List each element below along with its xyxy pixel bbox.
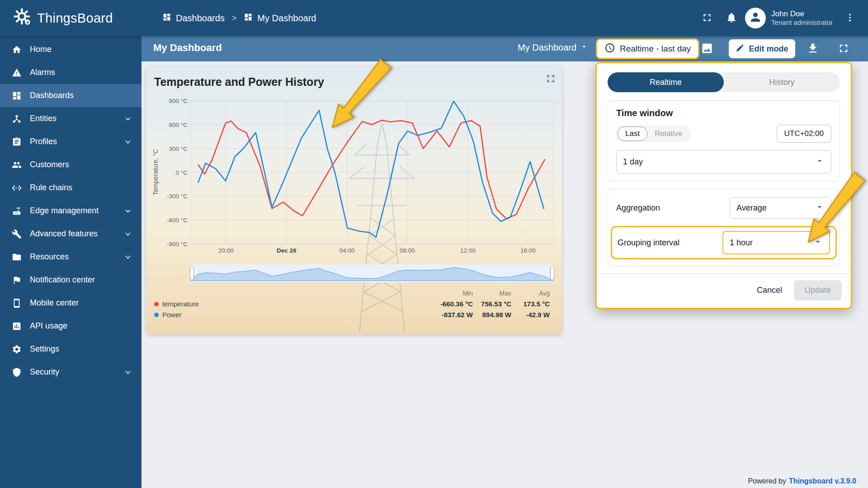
legend-header-avg: Avg (511, 290, 550, 297)
tab-history[interactable]: History (724, 72, 840, 92)
chart-legend: Min Max Avg temperature -660.36 °C 756.5… (154, 290, 550, 319)
breadcrumb-current[interactable]: My Dashboard (244, 13, 316, 24)
time-window-heading: Time window (616, 108, 831, 118)
y-axis-title: Temperature, °C (152, 149, 159, 195)
sidebar-item-notification-center[interactable]: Notification center (0, 268, 142, 291)
sidebar-item-home[interactable]: Home (0, 38, 142, 61)
user-meta: John Doe Tenant administrator (771, 9, 833, 27)
chart-widget: Temperature and Power History 900 °C 600… (146, 66, 562, 334)
gear-icon (12, 344, 22, 354)
grouping-interval-select[interactable]: 1 hour (722, 231, 830, 254)
sidebar-item-advanced-features[interactable]: Advanced features (0, 222, 142, 245)
toggle-relative[interactable]: Relative (647, 127, 689, 141)
clock-icon (604, 42, 615, 56)
sidebar-item-mobile-center[interactable]: Mobile center (0, 291, 142, 314)
rule-chains-icon (12, 183, 22, 193)
notifications-button[interactable] (721, 7, 742, 29)
y-tick: 900 °C (169, 98, 188, 104)
profiles-icon (12, 137, 22, 147)
sidebar-item-entities[interactable]: Entities (0, 107, 142, 130)
sidebar: Home Alarms Dashboards Entities Profiles… (0, 36, 142, 488)
bell-icon (726, 12, 737, 25)
power-max: 894.98 W (473, 311, 511, 319)
legend-header-max: Max (473, 290, 511, 297)
cancel-button[interactable]: Cancel (750, 281, 789, 300)
background-image-button[interactable] (701, 42, 713, 56)
app-name: ThingsBoard (37, 11, 113, 26)
update-button[interactable]: Update (794, 280, 842, 300)
toggle-last[interactable]: Last (618, 127, 647, 141)
widget-fullscreen-button[interactable] (545, 73, 557, 86)
sidebar-item-profiles[interactable]: Profiles (0, 130, 142, 153)
fullscreen-icon (545, 73, 557, 86)
page-title: My Dashboard (153, 42, 222, 54)
scrubber-left-handle[interactable] (190, 267, 194, 280)
thingsboard-version-link[interactable]: Thingsboard v.3.9.0 (789, 477, 856, 485)
chevron-down-icon (813, 237, 823, 249)
sidebar-item-edge-management[interactable]: Edge management (0, 199, 142, 222)
flag-icon (12, 275, 22, 285)
powered-by: Powered byThingsboard v.3.9.0 (748, 477, 856, 485)
temperature-avg: 173.5 °C (511, 300, 550, 308)
scrubber-wave (191, 264, 553, 282)
y-tick: 0 °C (176, 169, 188, 176)
edit-mode-button[interactable]: Edit mode (729, 39, 795, 58)
sidebar-item-resources[interactable]: Resources (0, 245, 142, 268)
download-button[interactable] (807, 42, 819, 56)
fullscreen-button[interactable] (696, 7, 718, 29)
dashboards-icon (12, 91, 22, 101)
dashboard-icon (244, 13, 253, 24)
legend-item-temperature[interactable]: temperature (154, 300, 434, 308)
timewindow-popup: Realtime History Time window Last Relati… (595, 62, 852, 309)
scrubber-right-handle[interactable] (550, 267, 554, 280)
kebab-icon (845, 13, 855, 24)
tab-realtime[interactable]: Realtime (608, 72, 724, 92)
breadcrumb-separator: > (232, 14, 237, 23)
chevron-down-icon (580, 42, 588, 53)
timezone-button[interactable]: UTC+02:00 (777, 125, 831, 143)
legend-header-min: Min (434, 290, 473, 297)
dashboard-select[interactable]: My Dashboard (518, 42, 588, 53)
avatar[interactable] (745, 8, 766, 28)
chevron-down-icon (123, 114, 132, 123)
sidebar-item-settings[interactable]: Settings (0, 338, 142, 361)
toolbar-fullscreen-button[interactable] (837, 42, 850, 56)
sidebar-item-alarms[interactable]: Alarms (0, 61, 142, 84)
fullscreen-icon (701, 12, 713, 25)
sidebar-item-rule-chains[interactable]: Rule chains (0, 176, 142, 199)
temperature-min: -660.36 °C (434, 300, 473, 308)
timewindow-button[interactable]: Realtime - last day (596, 38, 699, 59)
advanced-features-icon (12, 229, 22, 239)
logo-gear-icon (14, 8, 32, 28)
grouping-interval-label: Grouping interval (618, 238, 679, 248)
more-menu-button[interactable] (839, 7, 861, 29)
y-tick: -900 °C (167, 241, 188, 248)
line-chart: 900 °C 600 °C 300 °C 0 °C -300 °C -600 °… (146, 94, 562, 256)
y-tick: 300 °C (169, 145, 188, 152)
sidebar-item-security[interactable]: Security (0, 361, 142, 384)
sidebar-item-dashboards[interactable]: Dashboards (0, 84, 142, 107)
x-tick: 16:00 (520, 247, 536, 254)
temperature-max: 756.53 °C (473, 300, 511, 308)
image-icon (701, 42, 713, 56)
customers-icon (12, 160, 22, 170)
x-tick: 20:00 (218, 247, 234, 254)
legend-item-power[interactable]: Power (154, 311, 434, 319)
topbar: ThingsBoard Dashboards > My Dashboard (0, 0, 868, 36)
time-range-scrubber[interactable] (191, 264, 553, 282)
x-tick: 12:00 (460, 247, 476, 254)
sidebar-item-api-usage[interactable]: API usage (0, 314, 142, 338)
chevron-down-icon (123, 253, 132, 262)
chevron-down-icon (815, 202, 825, 214)
sidebar-item-customers[interactable]: Customers (0, 153, 142, 176)
aggregation-label: Aggregation (616, 203, 660, 213)
app-logo[interactable]: ThingsBoard (0, 8, 142, 28)
chevron-down-icon (123, 368, 132, 377)
breadcrumb-dashboards[interactable]: Dashboards (162, 13, 225, 24)
breadcrumb: Dashboards > My Dashboard (162, 13, 316, 24)
chevron-down-icon (123, 206, 132, 216)
topbar-actions: John Doe Tenant administrator (696, 7, 868, 29)
chevron-down-icon (815, 156, 825, 168)
aggregation-select[interactable]: Average (730, 197, 831, 219)
window-interval-select[interactable]: 1 day (616, 150, 831, 174)
